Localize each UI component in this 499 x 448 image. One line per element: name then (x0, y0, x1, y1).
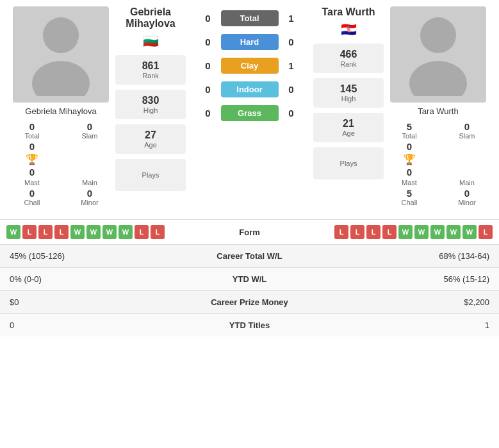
left-main-value: 0 (29, 167, 35, 178)
top-section: Gebriela Mihaylova 0 Total 0 Slam 0 🏆 0 … (0, 0, 499, 213)
right-score-grass: 0 (285, 108, 298, 119)
left-form-badge-4: W (70, 225, 85, 239)
right-rank-value: 466 (320, 49, 377, 60)
match-center: 0 Total 1 0 Hard 0 0 Clay 1 0 Indoor 0 0… (192, 6, 307, 206)
left-slam-label: Slam (81, 132, 97, 140)
left-mast-value: 0 (29, 141, 35, 152)
stats-row-1: 0% (0-0) YTD W/L 56% (15-12) (0, 268, 499, 291)
stat-left-2: $0 (0, 291, 175, 314)
stat-right-0: 68% (134-64) (324, 245, 499, 268)
right-age-label: Age (320, 129, 377, 137)
left-player-stats: 0 Total 0 Slam 0 🏆 0 Mast Main 0 Chall (6, 121, 115, 206)
left-slam-value: 0 (87, 121, 92, 132)
left-form-badge-9: L (151, 225, 165, 239)
svg-point-2 (420, 17, 456, 53)
left-minor-value: 0 (87, 188, 92, 199)
right-slam-value: 0 (464, 121, 470, 132)
left-minor-label: Minor (81, 199, 99, 206)
right-high-box: 145 High (313, 78, 384, 108)
surface-row-hard: 0 Hard 0 (192, 30, 307, 54)
right-age-box: 21 Age (313, 113, 384, 142)
left-trophy-icon: 🏆 (26, 153, 38, 165)
right-form-badge-6: W (430, 225, 445, 239)
right-plays-box: Plays (313, 147, 384, 179)
left-total-value: 0 (29, 121, 35, 132)
left-mast-label: Mast (24, 179, 40, 187)
stat-label-1: YTD W/L (175, 268, 325, 291)
right-player-stats: 5 Total 0 Slam 0 🏆 0 Mast Main 5 Chall (384, 121, 493, 206)
stat-right-1: 56% (15-12) (324, 268, 499, 291)
left-score-grass: 0 (202, 108, 215, 119)
right-score-total: 1 (285, 13, 298, 24)
left-rank-box: 861 Rank (115, 55, 186, 85)
right-minor-value: 0 (464, 188, 470, 199)
right-mast-cell: 0 🏆 0 (384, 141, 435, 178)
left-mast-label-cell: Mast (6, 179, 58, 187)
svg-point-3 (409, 61, 467, 96)
right-chall-cell: 5 Chall (384, 188, 435, 206)
left-plays-label: Plays (142, 171, 160, 179)
left-total-cell: 0 Total (6, 121, 58, 140)
form-row: WLLLWWWWLL Form LLLLWWWWWL (0, 219, 499, 244)
right-main-label-cell: Main (441, 179, 493, 187)
surface-badge-clay: Clay (221, 58, 279, 74)
right-rank-box: 466 Rank (313, 44, 384, 73)
right-center-name: Tara Wurth (322, 6, 375, 18)
left-slam-cell: 0 Slam (64, 121, 115, 140)
surface-badge-grass: Grass (221, 105, 279, 121)
right-score-hard: 0 (285, 37, 298, 47)
left-form-badge-5: W (86, 225, 101, 239)
left-high-label: High (122, 106, 179, 114)
stat-label-0: Career Total W/L (175, 245, 325, 268)
right-high-value: 145 (320, 83, 377, 95)
surface-row-clay: 0 Clay 1 (192, 54, 307, 78)
left-chall-value: 0 (29, 188, 35, 199)
right-player-name: Tara Wurth (418, 106, 458, 116)
right-minor-label: Minor (458, 199, 476, 206)
left-age-value: 27 (122, 129, 179, 141)
right-player-card: Tara Wurth 5 Total 0 Slam 0 🏆 0 Mast Mai… (384, 6, 493, 206)
left-score-clay: 0 (202, 60, 215, 71)
stat-right-3: 1 (324, 314, 499, 337)
right-total-label: Total (402, 132, 416, 140)
left-form-badge-1: L (22, 225, 37, 239)
right-main-label: Main (459, 179, 475, 187)
right-total-value: 5 (407, 121, 412, 132)
left-chall-cell: 0 Chall (6, 188, 58, 206)
right-score-clay: 1 (285, 60, 298, 71)
left-score-hard: 0 (202, 37, 215, 47)
right-total-cell: 5 Total (384, 121, 435, 140)
svg-point-0 (43, 17, 79, 53)
right-rank-label: Rank (320, 60, 377, 68)
form-label: Form (211, 228, 288, 237)
right-form-badge-8: W (462, 225, 477, 239)
stat-left-1: 0% (0-0) (0, 268, 175, 291)
surface-row-grass: 0 Grass 0 (192, 101, 307, 125)
left-high-value: 830 (122, 95, 179, 106)
stat-label-2: Career Prize Money (175, 291, 325, 314)
right-age-value: 21 (320, 118, 377, 129)
stat-label-3: YTD Titles (175, 314, 325, 337)
right-player-avatar (390, 6, 486, 103)
left-score-indoor: 0 (202, 84, 215, 95)
right-form-badge-3: L (382, 225, 397, 239)
stats-row-3: 0 YTD Titles 1 (0, 314, 499, 337)
right-slam-label: Slam (459, 132, 475, 140)
right-form-badges: LLLLWWWWWL (288, 225, 493, 239)
right-form-badge-9: L (479, 225, 493, 239)
right-high-label: High (320, 95, 377, 103)
left-form-badge-6: W (102, 225, 117, 239)
left-rank-label: Rank (122, 72, 179, 79)
left-form-badge-0: W (6, 225, 20, 239)
stats-row-0: 45% (105-126) Career Total W/L 68% (134-… (0, 245, 499, 268)
left-center-name: Gebriela Mihaylova (115, 6, 186, 29)
left-player-avatar (13, 6, 109, 103)
center-panel: Gebriela Mihaylova 🇧🇬 861 Rank 830 High … (115, 6, 384, 206)
left-score-total: 0 (202, 13, 215, 24)
left-flag: 🇧🇬 (143, 33, 159, 49)
right-form-badge-1: L (350, 225, 364, 239)
left-main-label-cell: Main (64, 179, 115, 187)
left-minor-cell: 0 Minor (64, 188, 115, 206)
right-trophy-icon: 🏆 (403, 153, 416, 165)
left-form-badge-7: W (119, 225, 133, 239)
